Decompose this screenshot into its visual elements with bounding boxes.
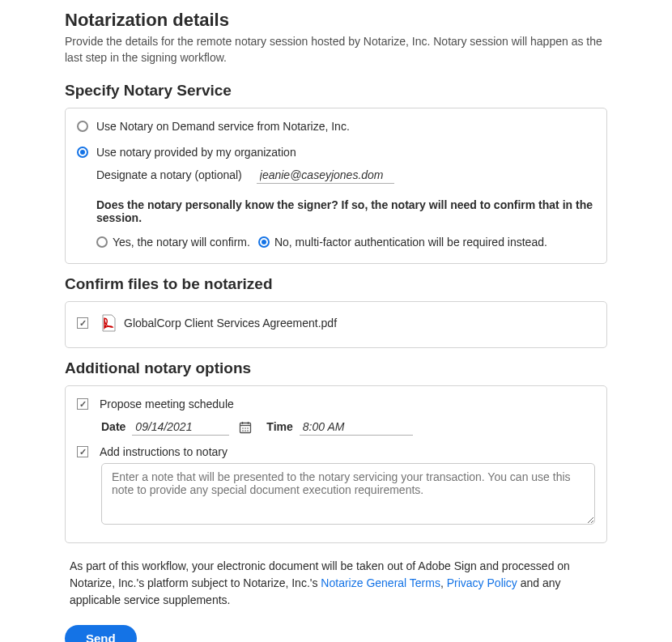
svg-point-9 [248,430,249,432]
knows-signer-question: Does the notary personally know the sign… [96,198,595,224]
file-name: GlobalCorp Client Services Agreement.pdf [124,317,337,330]
radio-my-org-label: Use notary provided by my organization [96,146,296,159]
pdf-icon [100,313,117,333]
page-subtitle: Provide the details for the remote notar… [65,34,607,66]
propose-label: Propose meeting schedule [100,398,234,410]
designate-label: Designate a notary (optional) [96,168,242,181]
file-checkbox[interactable] [77,317,88,329]
instructions-checkbox[interactable] [77,446,88,457]
link-privacy-policy[interactable]: Privacy Policy [447,576,517,589]
svg-point-8 [245,430,247,432]
radio-knows-no[interactable] [258,236,270,248]
notary-service-heading: Specify Notary Service [65,82,607,100]
svg-point-6 [248,427,249,429]
instructions-textarea[interactable] [101,463,595,525]
options-panel: Propose meeting schedule Date Time Add i… [65,385,607,543]
page-title: Notarization details [65,10,607,31]
radio-on-demand-label: Use Notary on Demand service from Notari… [96,120,350,133]
link-general-terms[interactable]: Notarize General Terms [321,576,440,589]
file-row: GlobalCorp Client Services Agreement.pdf [77,313,595,333]
propose-checkbox[interactable] [77,398,88,410]
date-input[interactable] [132,419,229,436]
designate-input[interactable] [257,167,394,184]
files-heading: Confirm files to be notarized [65,275,607,293]
instructions-label: Add instructions to notary [100,445,228,458]
files-panel: GlobalCorp Client Services Agreement.pdf [65,301,607,348]
radio-on-demand[interactable] [77,121,88,132]
notary-service-panel: Use Notary on Demand service from Notari… [65,108,607,264]
time-label: Time [266,420,292,433]
radio-knows-no-label: No, multi-factor authentication will be … [274,236,547,249]
send-button[interactable]: Send [65,625,137,642]
options-heading: Additional notary options [65,359,607,377]
radio-knows-yes[interactable] [96,236,108,248]
svg-point-7 [243,430,245,432]
radio-knows-yes-label: Yes, the notary will confirm. [113,236,250,249]
legal-text: As part of this workflow, your electroni… [70,558,607,609]
time-input[interactable] [300,419,413,436]
calendar-icon[interactable] [239,421,252,434]
svg-point-5 [245,427,247,429]
date-label: Date [101,420,125,433]
radio-my-org[interactable] [77,147,88,158]
svg-point-4 [243,427,245,429]
